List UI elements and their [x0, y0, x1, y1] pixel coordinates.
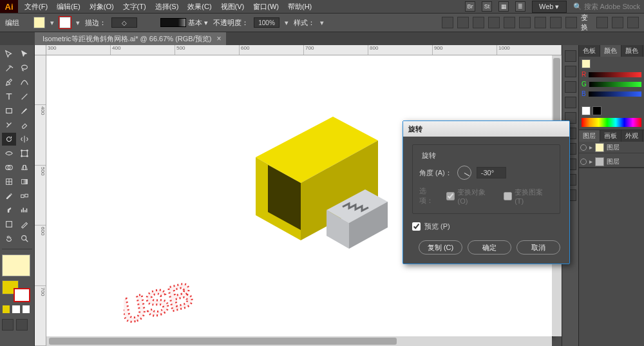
transform-pattern-checkbox[interactable]: 变换图案 (T): [504, 186, 553, 206]
stock-search[interactable]: 🔍 搜索 Adobe Stock: [573, 2, 641, 12]
align-center-icon[interactable]: [473, 17, 484, 28]
cancel-button[interactable]: 取消: [516, 240, 560, 255]
hand-tool[interactable]: [2, 232, 16, 245]
reflect-tool[interactable]: [17, 133, 32, 146]
align-left-icon[interactable]: [457, 17, 469, 28]
type-tool[interactable]: [2, 90, 16, 103]
rotate-dialog[interactable]: 旋转 旋转 角度 (A)： -30° 选项： 变换对象 (O) 变换图案 (T)…: [402, 120, 570, 264]
artboard-tool[interactable]: [2, 218, 16, 231]
free-transform-tool[interactable]: [17, 147, 32, 160]
menu-select[interactable]: 选择(S): [151, 0, 183, 14]
secondary-swatch[interactable]: [582, 106, 591, 115]
r-slider[interactable]: R: [582, 71, 641, 78]
screen-mode-icon[interactable]: [2, 319, 14, 331]
ok-button[interactable]: 确定: [468, 240, 511, 255]
tab-color[interactable]: 颜色: [600, 45, 621, 57]
slice-tool[interactable]: [17, 218, 32, 231]
bridge-icon[interactable]: Br: [465, 1, 475, 12]
transform-object-checkbox[interactable]: 变换对象 (O): [446, 186, 497, 206]
lasso-tool[interactable]: [17, 62, 32, 75]
align-middle-icon[interactable]: [519, 17, 531, 28]
visibility-toggle-icon[interactable]: [580, 144, 587, 151]
opacity-value[interactable]: 100%: [254, 17, 279, 28]
angle-dial[interactable]: [457, 166, 471, 180]
g-slider[interactable]: G: [582, 81, 641, 88]
color-mode-toggles[interactable]: [2, 305, 30, 314]
panel-fill-swatch[interactable]: [582, 59, 591, 68]
menu-effect[interactable]: 效果(C): [184, 0, 215, 14]
more-icon[interactable]: [627, 17, 639, 28]
tab-color-guide[interactable]: 颜色: [621, 45, 643, 57]
recolor-icon[interactable]: [442, 17, 453, 28]
scrollbar-horizontal[interactable]: [46, 336, 552, 346]
direct-selection-tool[interactable]: [17, 48, 32, 61]
layout-icon[interactable]: ≣: [515, 1, 526, 12]
mesh-tool[interactable]: [2, 175, 16, 188]
tab-artboards[interactable]: 画板: [600, 130, 621, 142]
curvature-tool[interactable]: [17, 76, 32, 89]
column-graph-tool[interactable]: [17, 204, 32, 216]
layer-row[interactable]: ▸ 图层: [579, 142, 644, 153]
rectangle-tool[interactable]: [2, 104, 16, 117]
document-tab[interactable]: Isometric等距视角斜角网格.ai* @ 66.67% (RGB/预览) …: [35, 32, 226, 45]
selection-tool[interactable]: [2, 48, 16, 61]
shaper-tool[interactable]: [2, 119, 16, 131]
eraser-tool[interactable]: [17, 119, 32, 131]
fill-swatch[interactable]: [33, 17, 45, 28]
menu-view[interactable]: 视图(V): [217, 0, 249, 14]
stroke-swatch[interactable]: [59, 17, 71, 28]
rotate-tool[interactable]: [2, 133, 16, 146]
usb-illustration[interactable]: [220, 117, 413, 278]
tab-swatches[interactable]: 色板: [579, 45, 600, 57]
transform-label[interactable]: 变换: [581, 17, 592, 28]
align-bottom-icon[interactable]: [535, 17, 546, 28]
close-tab-icon[interactable]: ×: [216, 34, 221, 43]
menu-window[interactable]: 窗口(W): [249, 0, 283, 14]
stock-icon[interactable]: St: [482, 1, 492, 12]
angle-input[interactable]: -30°: [477, 167, 506, 178]
menu-file[interactable]: 文件(F): [21, 0, 52, 14]
width-tool[interactable]: [2, 147, 16, 160]
dock-icon[interactable]: [565, 66, 576, 77]
layer-row[interactable]: ▸ 图层: [579, 156, 644, 168]
tab-layers[interactable]: 图层: [579, 130, 600, 142]
fill-stroke-indicator[interactable]: [2, 280, 30, 302]
distribute-v-icon[interactable]: [565, 17, 577, 28]
align-right-icon[interactable]: [488, 17, 500, 28]
change-screen-icon[interactable]: [16, 319, 28, 331]
dock-icon[interactable]: [565, 50, 576, 62]
copy-button[interactable]: 复制 (C): [419, 240, 462, 255]
tab-appearance[interactable]: 外观: [621, 130, 643, 142]
blend-tool[interactable]: [17, 189, 32, 202]
zoom-tool[interactable]: [17, 232, 32, 245]
pen-tool[interactable]: [2, 76, 16, 89]
distribute-h-icon[interactable]: [550, 17, 562, 28]
paintbrush-tool[interactable]: [17, 104, 32, 117]
menu-help[interactable]: 帮助(H): [284, 0, 316, 14]
note-swatch[interactable]: [2, 255, 30, 276]
scrollbar-thumb[interactable]: [49, 338, 397, 345]
edit-icon[interactable]: [612, 17, 623, 28]
dock-icon[interactable]: [565, 97, 576, 108]
shape-builder-tool[interactable]: [2, 161, 16, 174]
align-top-icon[interactable]: [504, 17, 515, 28]
menu-object[interactable]: 对象(O): [86, 0, 118, 14]
stroke-weight[interactable]: ◇: [111, 17, 137, 28]
workspace-selector[interactable]: Web ▾: [532, 1, 566, 13]
menu-type[interactable]: 文字(T): [119, 0, 150, 14]
gradient-tool[interactable]: [17, 175, 32, 188]
line-tool[interactable]: [17, 90, 32, 103]
perspective-tool[interactable]: [17, 161, 32, 174]
visibility-toggle-icon[interactable]: [580, 159, 587, 165]
dock-icon[interactable]: [565, 81, 576, 93]
b-slider[interactable]: B: [582, 90, 641, 97]
magic-wand-tool[interactable]: [2, 62, 16, 75]
eyedropper-tool[interactable]: [2, 189, 16, 202]
preview-checkbox[interactable]: 预览 (P): [412, 222, 560, 231]
arrange-icon[interactable]: ▦: [498, 1, 509, 12]
usb-text-art[interactable]: USB USB: [124, 262, 252, 339]
brush-style[interactable]: 基本 ▾: [160, 18, 208, 28]
dialog-titlebar[interactable]: 旋转: [403, 121, 569, 137]
color-spectrum[interactable]: [582, 118, 641, 127]
symbol-sprayer-tool[interactable]: [2, 204, 16, 216]
